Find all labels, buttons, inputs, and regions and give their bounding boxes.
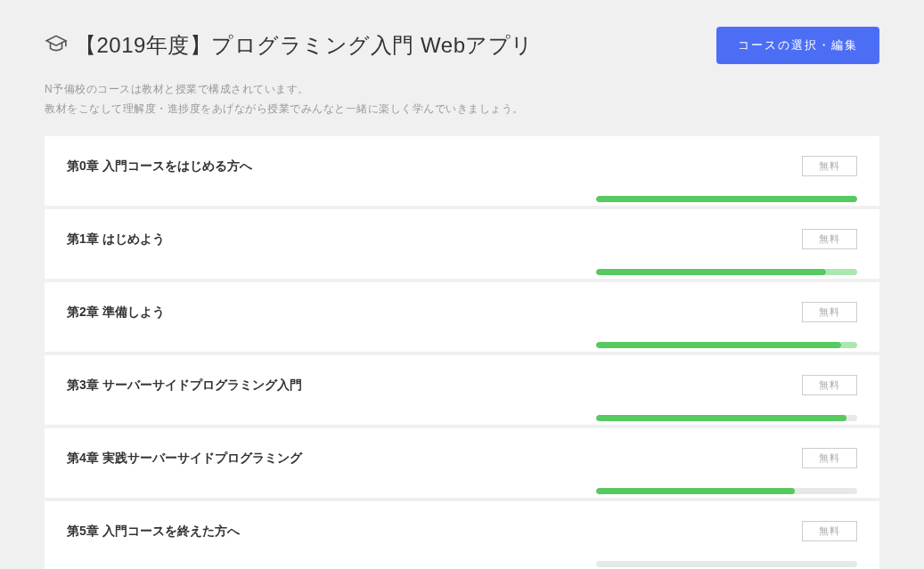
description-line-2: 教材をこなして理解度・進捗度をあげながら授業でみんなと一緒に楽しく学んでいきまし…: [45, 100, 879, 119]
course-description: N予備校のコースは教材と授業で構成されています。 教材をこなして理解度・進捗度を…: [45, 80, 879, 118]
chapter-card[interactable]: 第0章 入門コースをはじめる方へ無料: [45, 136, 879, 206]
description-line-1: N予備校のコースは教材と授業で構成されています。: [45, 80, 879, 100]
chapter-title: 第2章 準備しよう: [67, 305, 165, 321]
free-badge: 無料: [802, 302, 857, 322]
chapter-title: 第3章 サーバーサイドプログラミング入門: [67, 378, 302, 394]
chapter-list: 第0章 入門コースをはじめる方へ無料第1章 はじめよう無料第2章 準備しよう無料…: [0, 136, 924, 569]
free-badge: 無料: [802, 375, 857, 395]
graduation-cap-icon: [45, 32, 68, 59]
chapter-title: 第5章 入門コースを終えた方へ: [67, 524, 240, 540]
chapter-card[interactable]: 第4章 実践サーバーサイドプログラミング無料: [45, 428, 879, 498]
page-title: 【2019年度】プログラミング入門 Webアプリ: [75, 31, 534, 60]
progress-bar: [596, 342, 857, 348]
progress-bar: [596, 561, 857, 567]
progress-bar: [596, 269, 857, 275]
progress-bar: [596, 415, 857, 421]
free-badge: 無料: [802, 229, 857, 249]
progress-bar: [596, 196, 857, 202]
course-edit-button[interactable]: コースの選択・編集: [716, 27, 879, 64]
progress-bar: [596, 488, 857, 494]
chapter-title: 第1章 はじめよう: [67, 232, 165, 248]
chapter-title: 第4章 実践サーバーサイドプログラミング: [67, 451, 302, 467]
free-badge: 無料: [802, 448, 857, 468]
chapter-card[interactable]: 第2章 準備しよう無料: [45, 282, 879, 352]
chapter-card[interactable]: 第3章 サーバーサイドプログラミング入門無料: [45, 355, 879, 425]
chapter-card[interactable]: 第1章 はじめよう無料: [45, 209, 879, 279]
free-badge: 無料: [802, 156, 857, 176]
chapter-title: 第0章 入門コースをはじめる方へ: [67, 159, 252, 175]
chapter-card[interactable]: 第5章 入門コースを終えた方へ無料: [45, 501, 879, 569]
free-badge: 無料: [802, 521, 857, 541]
